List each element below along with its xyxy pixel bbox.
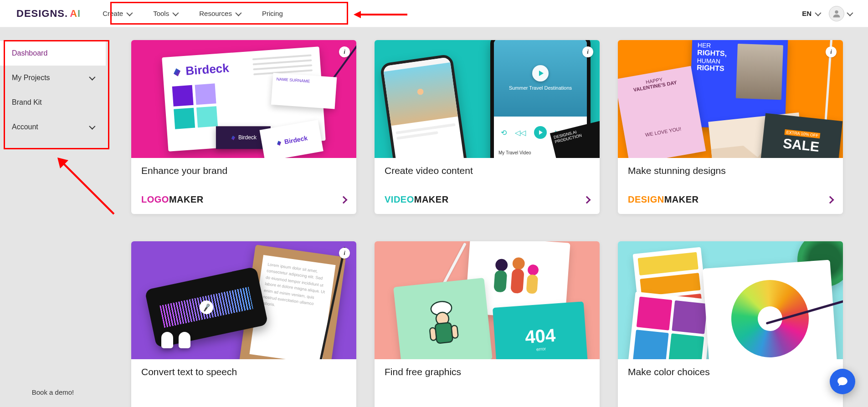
sale-text: SALE (782, 136, 820, 155)
chevron-down-icon (815, 10, 821, 16)
card-thumbnail: 404 error (375, 241, 600, 359)
card-title: Find free graphics (385, 366, 590, 377)
sidebar-item-my-projects[interactable]: My Projects (0, 66, 106, 90)
poster-line: RIGHTS, (697, 49, 727, 57)
product-suffix: MAKER (169, 194, 204, 204)
poster-line: HER (698, 41, 711, 49)
svg-point-0 (835, 10, 838, 13)
card-title: Enhance your brand (141, 165, 346, 176)
product-name: LOGOMAKER (141, 194, 204, 205)
nav-resources-label: Resources (199, 10, 232, 17)
sidebar-item-dashboard[interactable]: Dashboard (0, 41, 106, 66)
product-prefix: DESIGN (628, 194, 664, 204)
chevron-down-icon (235, 10, 241, 16)
card-title: Make stunning designs (628, 165, 833, 176)
main-content: Birdeck (106, 27, 868, 407)
chevron-down-icon (89, 74, 95, 81)
card-title: Create video content (385, 165, 590, 176)
sidebar-label: Dashboard (12, 49, 47, 57)
card-thumbnail: Lorem ipsum dolor sit amet, consectetur … (131, 241, 356, 359)
nav-tools-label: Tools (153, 10, 169, 17)
nav-pricing[interactable]: Pricing (262, 10, 283, 17)
card-title: Make color choices (628, 366, 833, 377)
app-header: DESIGNS. AI Create Tools Resources Prici… (0, 0, 868, 27)
card-logomaker[interactable]: Birdeck (131, 40, 356, 214)
product-name: DESIGNMAKER (628, 194, 699, 205)
card-thumbnail: Summer Travel Destinations ⟲◁◁▷▷⟳ My Tra… (375, 40, 600, 158)
arrow-right-icon (340, 196, 348, 204)
logo-ai: AI (70, 8, 81, 20)
logo-text: DESIGNS. (16, 8, 68, 20)
svg-rect-8 (493, 270, 507, 292)
top-nav: Create Tools Resources Pricing (103, 10, 283, 17)
info-icon[interactable]: i (582, 46, 593, 57)
nav-create[interactable]: Create (103, 10, 131, 17)
sidebar-item-account[interactable]: Account (0, 115, 106, 139)
language-selector[interactable]: EN (802, 10, 820, 17)
book-demo-label: Book a demo! (32, 388, 74, 396)
error-number: 404 (524, 325, 556, 348)
svg-point-7 (527, 264, 539, 275)
svg-rect-14 (430, 327, 437, 341)
card-graphics[interactable]: 404 error Find free graphics (375, 241, 600, 407)
nav-create-label: Create (103, 10, 123, 17)
chevron-down-icon (89, 123, 95, 130)
chevron-down-icon (173, 10, 179, 16)
svg-rect-15 (451, 325, 458, 338)
svg-point-5 (495, 258, 508, 271)
chevron-down-icon (847, 10, 853, 16)
book-demo-link[interactable]: Book a demo! (0, 388, 106, 396)
product-prefix: VIDEO (385, 194, 414, 204)
card-thumbnail: Birdeck (131, 40, 356, 158)
card-videomaker[interactable]: Summer Travel Destinations ⟲◁◁▷▷⟳ My Tra… (375, 40, 600, 214)
info-icon[interactable]: i (339, 248, 350, 259)
card-thumbnail: HER RIGHTS, HUMAN RIGHTS HAPPY VALENTINE… (618, 40, 843, 158)
chat-icon (837, 376, 848, 387)
nav-tools[interactable]: Tools (153, 10, 177, 17)
card-thumbnail (618, 241, 843, 359)
product-suffix: MAKER (664, 194, 699, 204)
arrow-right-icon (827, 196, 834, 204)
video-caption: My Travel Video (498, 150, 531, 155)
card-title: Convert text to speech (141, 366, 346, 377)
avatar-icon (829, 6, 844, 21)
video-tagline: Summer Travel Destinations (509, 85, 572, 91)
sidebar-label: Account (12, 123, 38, 131)
card-colormatcher[interactable]: Make color choices (618, 241, 843, 407)
mini-card-text: NAME SURNAME (271, 73, 337, 109)
svg-point-6 (512, 257, 525, 270)
arrow-right-icon (583, 196, 591, 204)
sidebar-item-brand-kit[interactable]: Brand Kit (0, 90, 106, 115)
error-sub: error (536, 346, 546, 351)
language-label: EN (802, 10, 812, 17)
product-suffix: MAKER (414, 194, 449, 204)
poster-line: RIGHTS (697, 64, 724, 72)
card-speechmaker[interactable]: Lorem ipsum dolor sit amet, consectetur … (131, 241, 356, 407)
account-menu[interactable] (829, 6, 852, 21)
svg-rect-9 (510, 268, 524, 293)
sidebar-label: My Projects (12, 74, 50, 82)
svg-rect-13 (435, 322, 453, 343)
brand-mini2: Birdeck (284, 134, 308, 146)
nav-resources[interactable]: Resources (199, 10, 240, 17)
sidebar-label: Brand Kit (12, 98, 42, 107)
svg-rect-10 (526, 274, 539, 294)
card-designmaker[interactable]: HER RIGHTS, HUMAN RIGHTS HAPPY VALENTINE… (618, 40, 843, 214)
nav-pricing-label: Pricing (262, 10, 283, 17)
logo[interactable]: DESIGNS. AI (16, 8, 81, 20)
product-prefix: LOGO (141, 194, 169, 204)
brand-mini: Birdeck (238, 134, 257, 141)
chevron-down-icon (127, 10, 133, 16)
product-name: VIDEOMAKER (385, 194, 449, 205)
info-icon[interactable]: i (339, 46, 350, 57)
chat-widget-button[interactable] (830, 369, 855, 394)
sidebar: Dashboard My Projects Brand Kit Account … (0, 27, 106, 407)
valentine-bottom: WE LOVE YOU! (645, 126, 682, 138)
info-icon[interactable]: i (826, 46, 837, 57)
